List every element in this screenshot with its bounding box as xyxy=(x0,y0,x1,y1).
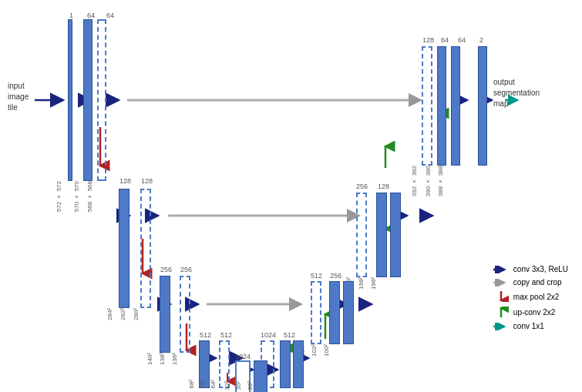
label-r3-512b: 512 xyxy=(220,331,232,339)
size-102: 102² xyxy=(311,344,318,357)
size-568: 568 × 568 xyxy=(86,181,93,212)
block-r1r-128a xyxy=(376,193,387,277)
legend-conv-1x1: conv 1x1 xyxy=(493,322,568,330)
size-30: 30² xyxy=(235,381,242,390)
size-66: 66² xyxy=(199,380,206,389)
legend-up-conv: up-conv 2x2 xyxy=(493,307,568,317)
size-570: 570 × 570 xyxy=(73,181,80,212)
size-100: 100² xyxy=(323,344,330,357)
label-r0-64b: 64 xyxy=(458,36,466,44)
label-64b: 64 xyxy=(106,12,114,19)
label-r0-64a: 64 xyxy=(441,36,449,44)
size-572: 572 × 572 xyxy=(56,181,62,212)
block-r3r-512b xyxy=(293,340,304,388)
size-138: 138² xyxy=(159,353,166,365)
label-1: 1 xyxy=(69,12,73,19)
size-392: 392 × 392 xyxy=(411,166,418,196)
size-64: 64² xyxy=(210,380,217,389)
label-r1-128a: 128 xyxy=(119,177,131,185)
label-r0-128: 128 xyxy=(422,36,434,44)
legend-copy-crop-label: copy and crop xyxy=(513,278,562,286)
legend-conv-relu-label: conv 3x3, ReLU xyxy=(513,265,568,273)
label-r1-128b: 128 xyxy=(141,177,153,185)
legend-copy-crop: copy and crop xyxy=(493,278,568,286)
block-r1r-256 xyxy=(356,193,367,277)
label-r1r-128: 128 xyxy=(378,183,389,190)
label-64a: 64 xyxy=(87,12,95,19)
block-r4-1024 xyxy=(254,360,267,392)
size-198: 198² xyxy=(358,277,365,290)
size-28: 28² xyxy=(247,381,254,390)
block-r3r-512 xyxy=(280,340,291,388)
block-r0-64a xyxy=(83,19,93,181)
size-68: 68² xyxy=(188,380,195,389)
block-r1r-128b xyxy=(390,193,401,277)
label-r3-512a: 512 xyxy=(200,331,211,339)
size-280: 280² xyxy=(133,308,140,320)
size-390: 390 × 390 xyxy=(425,166,432,196)
block-r0r-64a xyxy=(437,46,446,166)
label-r4-1024: 1024 xyxy=(235,353,251,360)
block-r2r-256b xyxy=(343,281,354,344)
label-r2-256b: 256 xyxy=(180,266,192,273)
label-r1r-256: 256 xyxy=(356,183,368,190)
size-284: 284² xyxy=(106,308,113,320)
size-196: 196² xyxy=(370,277,377,290)
legend: conv 3x3, ReLU copy and crop max pool 2x… xyxy=(493,265,568,330)
size-388: 388 × 388 xyxy=(437,166,444,196)
block-r0r-2 xyxy=(478,46,487,166)
size-136: 136² xyxy=(171,353,178,365)
size-32: 32² xyxy=(224,381,230,390)
block-r2r-512 xyxy=(311,281,321,344)
block-r1-128b xyxy=(140,189,151,308)
legend-max-pool: max pool 2x2 xyxy=(493,291,568,302)
label-r3r-512: 512 xyxy=(284,331,295,339)
block-r2-256a xyxy=(160,276,170,353)
block-r2-256b xyxy=(180,276,190,353)
size-282: 282² xyxy=(119,308,126,320)
block-r0r-128 xyxy=(422,46,432,166)
legend-conv-relu: conv 3x3, ReLU xyxy=(493,265,568,273)
legend-max-pool-label: max pool 2x2 xyxy=(513,293,559,301)
block-r1-128a xyxy=(119,189,130,308)
output-label: outputsegmentationmap xyxy=(493,77,540,109)
block-r0r-64b xyxy=(451,46,460,166)
block-r0-64b xyxy=(97,19,106,181)
block-input xyxy=(68,19,72,181)
legend-up-conv-label: up-conv 2x2 xyxy=(513,308,555,317)
label-r2-256a: 256 xyxy=(160,266,172,273)
block-r2r-256a xyxy=(329,281,340,344)
input-label: inputimagetile xyxy=(8,81,29,113)
label-r3r-1024: 1024 xyxy=(261,331,276,339)
legend-conv-1x1-label: conv 1x1 xyxy=(513,322,544,330)
label-r0-2: 2 xyxy=(479,36,483,44)
label-r2r-512: 512 xyxy=(311,272,322,280)
size-140: 140² xyxy=(146,353,153,365)
label-r2r-256: 256 xyxy=(330,272,341,280)
unet-diagram: inputimagetile 1 64 64 572 × 572 570 × 5… xyxy=(0,0,582,392)
